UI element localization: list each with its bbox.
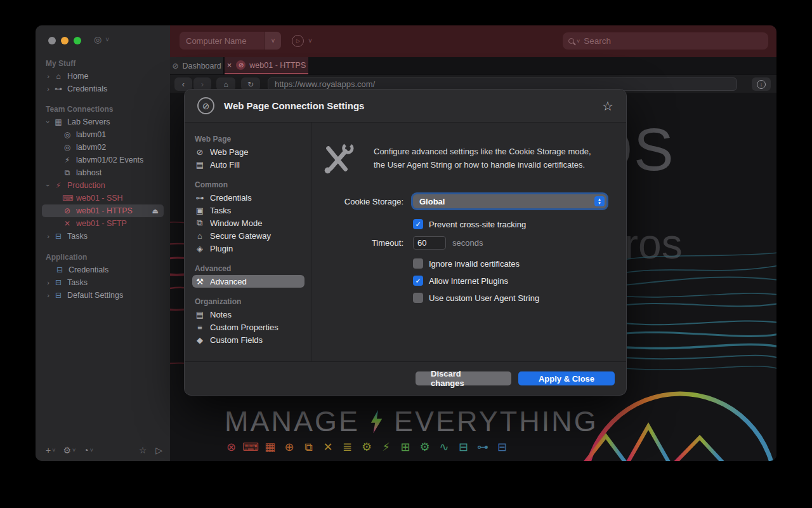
sidebar-item-app-credentials[interactable]: ⊟ Credentials [36, 264, 170, 276]
compass-icon: ⊘ [195, 147, 205, 157]
sidebar-item-labvm-events[interactable]: ⚡ labvm01/02 Events [36, 154, 170, 166]
tab-label: Dashboard [182, 62, 221, 70]
connect-menu-button[interactable]: ◎ ˅ [94, 34, 109, 44]
gateway-icon: ⌂ [195, 231, 205, 241]
target-icon: ◎ [94, 34, 102, 44]
key-icon: ⊶ [53, 84, 63, 93]
settings-button[interactable]: ⚙ ˅ [60, 445, 78, 455]
prevent-tracking-checkbox[interactable]: ✓ [413, 219, 423, 229]
sidebar-item-labvm02[interactable]: ◎ labvm02 [36, 141, 170, 154]
sidebar-item-default-settings[interactable]: › ⊟ Default Settings [36, 289, 170, 302]
headline-right: EVERYTHING [394, 405, 598, 438]
eject-icon[interactable]: ⏏ [152, 207, 159, 215]
sidebar-item-credentials[interactable]: › ⊶ Credentials [36, 83, 170, 95]
nav-item-notes[interactable]: ▤ Notes [192, 308, 304, 321]
chevron-down-icon[interactable]: › [44, 118, 52, 126]
sidebar-item-labhost[interactable]: ⧉ labhost [36, 166, 170, 179]
nav-item-advanced[interactable]: ⚒ Advanced [192, 275, 304, 288]
dialog-footer: Discard changes Apply & Close [185, 361, 626, 395]
timeout-input[interactable] [413, 236, 446, 250]
nav-item-label: Credentials [210, 193, 252, 203]
tab-dashboard[interactable]: ⊘ Dashboard [170, 57, 225, 74]
sidebar-item-production[interactable]: › ⚡ Production [36, 179, 170, 192]
sidebar-item-label: Tasks [67, 278, 88, 287]
nav-item-custom-properties[interactable]: ≡ Custom Properties [192, 321, 304, 333]
sidebar-item-label: Credentials [67, 84, 107, 93]
close-icon[interactable]: × [227, 60, 232, 70]
sidebar-item-lab-servers[interactable]: › ▦ Lab Servers [36, 116, 170, 128]
search-field[interactable]: ˅ [563, 32, 768, 50]
nav-item-auto-fill[interactable]: ▤ Auto Fill [192, 158, 304, 171]
vnc-icon: ▦ [263, 440, 277, 453]
zoom-window-button[interactable] [74, 37, 81, 44]
nav-item-secure-gateway[interactable]: ⌂ Secure Gateway [192, 229, 304, 242]
nav-item-tasks[interactable]: ▣ Tasks [192, 204, 304, 217]
nav-item-web-page[interactable]: ⊘ Web Page [192, 145, 304, 158]
sidebar-item-label: web01 - SSH [76, 194, 123, 203]
custom-user-agent-checkbox[interactable]: ✓ [413, 293, 423, 303]
play-circle-icon: ▷ [292, 35, 304, 47]
sidebar-item-label: Production [67, 181, 105, 190]
allow-plugins-checkbox[interactable]: ✓ [413, 276, 423, 286]
favorite-star-icon[interactable]: ☆ [602, 98, 613, 114]
cookie-storage-select[interactable]: Global ▴▾ [413, 194, 606, 208]
nav-item-plugin[interactable]: ◈ Plugin [192, 242, 304, 255]
nav-item-window-mode[interactable]: ⧉ Window Mode [192, 217, 304, 229]
chevron-right-icon[interactable]: › [44, 279, 52, 286]
add-button[interactable]: + ˅ [43, 445, 58, 455]
chevron-right-icon[interactable]: › [44, 85, 52, 93]
chevron-right-icon[interactable]: › [44, 72, 52, 80]
file-transfer-icon: ✕ [322, 440, 335, 453]
sidebar-item-label: Credentials [69, 265, 108, 274]
apply-close-button[interactable]: Apply & Close [518, 371, 615, 385]
download-button[interactable]: ↓ [752, 77, 771, 91]
headline-left: MANAGE [225, 405, 360, 438]
sidebar-item-labvm01[interactable]: ◎ labvm01 [36, 128, 170, 141]
dialog-title: Web Page Connection Settings [224, 100, 364, 111]
cookie-storage-label: Cookie Storage: [311, 197, 403, 206]
tab-web01-https[interactable]: × ⊘ web01 - HTTPS [225, 57, 308, 74]
computer-name-field[interactable]: ˅ [180, 32, 281, 50]
quick-connect-button[interactable]: ▷ ˅ [292, 35, 312, 47]
chevron-right-icon[interactable]: › [44, 291, 52, 299]
allow-plugins-label: Allow Internet Plugins [429, 276, 508, 286]
tab-bar: ⊘ Dashboard × ⊘ web01 - HTTPS [170, 57, 776, 74]
sidebar-item-label: Tasks [67, 232, 88, 241]
folder-icon: ⊟ [55, 265, 65, 274]
minimize-window-button[interactable] [61, 37, 69, 44]
computer-name-input[interactable] [180, 36, 265, 46]
dialog-header: ⊘ Web Page Connection Settings ☆ [185, 90, 626, 123]
connect-button[interactable]: ▷ [155, 445, 162, 455]
hero-headline: MANAGE EVERYTHING [225, 405, 598, 438]
chevron-right-icon[interactable]: › [44, 232, 52, 240]
sidebar-item-web01-ssh[interactable]: ⌨ web01 - SSH [36, 192, 170, 204]
connection-tree: My Stuff › ⌂ Home › ⊶ Credentials Team C… [36, 57, 170, 438]
check-icon: ✓ [415, 220, 421, 229]
web-icon: ⊕ [283, 440, 296, 453]
nav-item-credentials[interactable]: ⊶ Credentials [192, 191, 304, 204]
gear-icon: ⚙ [63, 445, 71, 455]
ignore-certificates-checkbox[interactable]: ✓ [413, 258, 423, 269]
search-input[interactable] [582, 36, 763, 46]
host-icon: ⧉ [62, 168, 72, 177]
sidebar-item-web01-https[interactable]: ⊘ web01 - HTTPS ⏏ [42, 204, 164, 217]
sessions-button[interactable]: ◔ ˅ [81, 445, 96, 455]
dialog-content: Configure advanced settings like the Coo… [311, 123, 626, 361]
sidebar-item-tasks[interactable]: › ⊟ Tasks [36, 230, 170, 243]
terminal-icon: ⌨ [244, 440, 258, 453]
tools-icon [320, 142, 355, 176]
timeout-unit: seconds [452, 238, 483, 248]
nav-item-label: Plugin [210, 244, 233, 253]
chevron-down-icon[interactable]: › [44, 182, 52, 189]
nav-item-label: Custom Properties [210, 323, 278, 332]
sidebar-item-home[interactable]: › ⌂ Home [36, 70, 170, 83]
sidebar-item-app-tasks[interactable]: › ⊟ Tasks [36, 276, 170, 289]
discard-changes-button[interactable]: Discard changes [416, 371, 511, 385]
computer-name-dropdown-button[interactable]: ˅ [265, 32, 281, 50]
favorites-button[interactable]: ☆ [139, 445, 147, 455]
list-icon: ≡ [195, 323, 205, 332]
close-window-button[interactable] [48, 37, 56, 44]
nav-item-label: Secure Gateway [210, 231, 271, 241]
nav-item-custom-fields[interactable]: ◆ Custom Fields [192, 333, 304, 346]
sidebar-item-web01-sftp[interactable]: ✕ web01 - SFTP [36, 217, 170, 230]
